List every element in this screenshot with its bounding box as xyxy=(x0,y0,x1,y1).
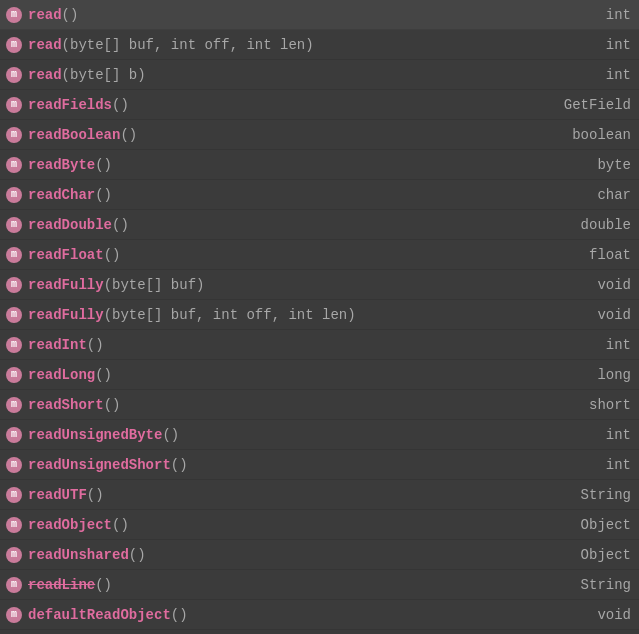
method-params: () xyxy=(162,427,179,443)
method-badge: m xyxy=(6,397,22,413)
method-name: readFully xyxy=(28,307,104,323)
return-type: long xyxy=(551,367,631,383)
return-type: int xyxy=(551,7,631,23)
method-name: readShort xyxy=(28,397,104,413)
list-item[interactable]: mreadDouble()double xyxy=(0,210,639,240)
return-type: String xyxy=(551,487,631,503)
list-item[interactable]: mread()int xyxy=(0,0,639,30)
method-signature: readFully(byte[] buf) xyxy=(28,277,204,293)
method-params: () xyxy=(95,577,112,593)
method-name: readInt xyxy=(28,337,87,353)
method-name: defaultReadObject xyxy=(28,607,171,623)
method-badge: m xyxy=(6,487,22,503)
method-name: readByte xyxy=(28,157,95,173)
list-item[interactable]: mreadUnshared()Object xyxy=(0,540,639,570)
list-item[interactable]: mreadUTF()String xyxy=(0,480,639,510)
method-badge: m xyxy=(6,307,22,323)
method-params: () xyxy=(104,247,121,263)
method-badge: m xyxy=(6,607,22,623)
method-name: readDouble xyxy=(28,217,112,233)
method-params: () xyxy=(120,127,137,143)
method-signature: readLine() xyxy=(28,577,112,593)
method-signature: read(byte[] buf, int off, int len) xyxy=(28,37,314,53)
return-type: String xyxy=(551,577,631,593)
list-item[interactable]: mreadFully(byte[] buf, int off, int len)… xyxy=(0,300,639,330)
method-signature: readFields() xyxy=(28,97,129,113)
method-params: () xyxy=(112,517,129,533)
method-signature: readDouble() xyxy=(28,217,129,233)
return-type: int xyxy=(551,67,631,83)
method-name: readFully xyxy=(28,277,104,293)
method-badge: m xyxy=(6,37,22,53)
return-type: GetField xyxy=(551,97,631,113)
method-params: () xyxy=(95,157,112,173)
method-signature: defaultReadObject() xyxy=(28,607,188,623)
method-signature: readInt() xyxy=(28,337,104,353)
method-signature: readLong() xyxy=(28,367,112,383)
method-params: () xyxy=(95,187,112,203)
method-params: (byte[] buf) xyxy=(104,277,205,293)
list-item[interactable]: mreadChar()char xyxy=(0,180,639,210)
list-item[interactable]: mread(byte[] buf, int off, int len)int xyxy=(0,30,639,60)
method-signature: readShort() xyxy=(28,397,120,413)
list-item[interactable]: mreadInt()int xyxy=(0,330,639,360)
list-item[interactable]: mreadBoolean()boolean xyxy=(0,120,639,150)
method-params: (byte[] buf, int off, int len) xyxy=(104,307,356,323)
return-type: Object xyxy=(551,517,631,533)
list-item[interactable]: mreadLine()String xyxy=(0,570,639,600)
method-badge: m xyxy=(6,97,22,113)
method-name: read xyxy=(28,37,62,53)
method-badge: m xyxy=(6,187,22,203)
method-signature: readFloat() xyxy=(28,247,120,263)
list-item[interactable]: mreadObject()Object xyxy=(0,510,639,540)
method-badge: m xyxy=(6,247,22,263)
method-signature: readObject() xyxy=(28,517,129,533)
method-name: readLong xyxy=(28,367,95,383)
method-badge: m xyxy=(6,217,22,233)
list-item[interactable]: mreadByte()byte xyxy=(0,150,639,180)
list-item[interactable]: mreadUnsignedShort()int xyxy=(0,450,639,480)
method-name: readChar xyxy=(28,187,95,203)
return-type: Object xyxy=(551,547,631,563)
method-name: readUnsignedByte xyxy=(28,427,162,443)
list-item[interactable]: mreadFields()GetField xyxy=(0,90,639,120)
method-name: readBoolean xyxy=(28,127,120,143)
return-type: void xyxy=(551,307,631,323)
method-badge: m xyxy=(6,67,22,83)
method-signature: read(byte[] b) xyxy=(28,67,146,83)
list-item[interactable]: mreadLong()long xyxy=(0,360,639,390)
method-badge: m xyxy=(6,517,22,533)
method-name: readUnshared xyxy=(28,547,129,563)
method-signature: readBoolean() xyxy=(28,127,137,143)
return-type: float xyxy=(551,247,631,263)
method-params: () xyxy=(95,367,112,383)
return-type: byte xyxy=(551,157,631,173)
return-type: int xyxy=(551,37,631,53)
method-signature: readFully(byte[] buf, int off, int len) xyxy=(28,307,356,323)
list-item[interactable]: mreadUnsignedByte()int xyxy=(0,420,639,450)
method-name: read xyxy=(28,7,62,23)
method-signature: readUnsignedShort() xyxy=(28,457,188,473)
return-type: char xyxy=(551,187,631,203)
list-item[interactable]: mdefaultReadObject()void xyxy=(0,600,639,630)
return-type: void xyxy=(551,607,631,623)
method-params: () xyxy=(171,457,188,473)
method-params: () xyxy=(87,337,104,353)
method-signature: readUTF() xyxy=(28,487,104,503)
list-item[interactable]: mreadShort()short xyxy=(0,390,639,420)
method-name: readFloat xyxy=(28,247,104,263)
method-signature: readUnshared() xyxy=(28,547,146,563)
method-params: (byte[] buf, int off, int len) xyxy=(62,37,314,53)
method-badge: m xyxy=(6,277,22,293)
method-badge: m xyxy=(6,157,22,173)
method-params: (byte[] b) xyxy=(62,67,146,83)
list-item[interactable]: mread(byte[] b)int xyxy=(0,60,639,90)
list-item[interactable]: mreadFloat()float xyxy=(0,240,639,270)
method-params: () xyxy=(87,487,104,503)
method-params: () xyxy=(171,607,188,623)
method-params: () xyxy=(62,7,79,23)
list-item[interactable]: mreadFully(byte[] buf)void xyxy=(0,270,639,300)
method-params: () xyxy=(129,547,146,563)
method-params: () xyxy=(112,217,129,233)
method-params: () xyxy=(112,97,129,113)
